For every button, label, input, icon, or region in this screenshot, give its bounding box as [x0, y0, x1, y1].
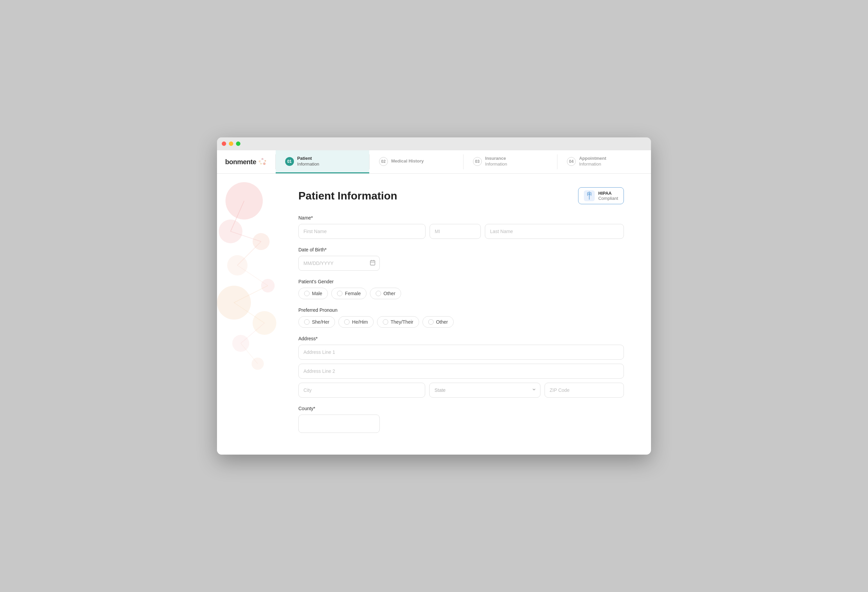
tab-appointment[interactable]: 04 Appointment Information [557, 150, 651, 174]
app-window: bonmente 01 Patient Information [217, 138, 651, 455]
city-field [298, 383, 425, 398]
hipaa-icon [584, 190, 595, 201]
radio-circle-female [337, 291, 342, 296]
last-name-input[interactable] [485, 224, 624, 239]
radio-circle-she [304, 319, 310, 325]
state-field: State ALAKAZAR CACOCTDE FLGAHIID ILINIAK… [429, 383, 540, 398]
tab-medical-label: Medical History [391, 158, 424, 164]
titlebar [217, 138, 651, 150]
address-line2-input[interactable] [298, 364, 624, 379]
form-container: Patient Information HIPAA Compli [217, 174, 651, 454]
county-label: County* [298, 406, 624, 411]
city-state-zip-row: State ALAKAZAR CACOCTDE FLGAHIID ILINIAK… [298, 383, 624, 398]
main-content: Patient Information HIPAA Compli [217, 174, 651, 454]
tab-insurance-number: 03 [473, 157, 482, 166]
minimize-button[interactable] [229, 142, 233, 146]
nav-tabs: bonmente 01 Patient Information [217, 150, 651, 174]
gender-field-group: Patient's Gender Male Female Other [298, 279, 624, 299]
address-line1-input[interactable] [298, 345, 624, 360]
gender-male-label: Male [312, 291, 322, 296]
svg-line-5 [263, 159, 265, 161]
page-title: Patient Information [298, 189, 397, 202]
tab-patient[interactable]: 01 Patient Information [276, 150, 369, 174]
logo-text: bonmente [225, 158, 256, 166]
gender-female-label: Female [345, 291, 361, 296]
radio-circle-male [304, 291, 310, 296]
zip-field [545, 383, 624, 398]
tab-insurance-label: Insurance Information [485, 156, 507, 167]
mi-input[interactable] [430, 224, 481, 239]
gender-other[interactable]: Other [370, 288, 401, 299]
pronoun-she-label: She/Her [312, 319, 329, 325]
tab-medical-number: 02 [379, 157, 388, 166]
radio-circle-he [344, 319, 350, 325]
pronoun-radio-group: She/Her He/Him They/Their Other [298, 316, 624, 328]
pronoun-they-label: They/Their [391, 319, 413, 325]
traffic-lights [222, 142, 241, 146]
county-field-group: County* [298, 406, 624, 433]
tab-patient-number: 01 [285, 157, 294, 166]
state-select-wrapper: State ALAKAZAR CACOCTDE FLGAHIID ILINIAK… [429, 383, 540, 398]
tab-insurance[interactable]: 03 Insurance Information [464, 150, 557, 174]
pronoun-other[interactable]: Other [422, 316, 454, 328]
tab-appointment-label: Appointment Information [579, 156, 606, 167]
pronoun-other-label: Other [436, 319, 448, 325]
radio-circle-pronoun-other [428, 319, 434, 325]
logo: bonmente [217, 150, 275, 174]
first-name-input[interactable] [298, 224, 425, 239]
name-field-group: Name* [298, 215, 624, 239]
form-header: Patient Information HIPAA Compli [298, 187, 624, 204]
name-row [298, 224, 624, 239]
pronoun-they-their[interactable]: They/Their [377, 316, 419, 328]
pronoun-he-him[interactable]: He/Him [338, 316, 373, 328]
county-input[interactable] [298, 414, 380, 433]
zip-input[interactable] [545, 383, 624, 398]
tab-medical[interactable]: 02 Medical History [370, 150, 463, 174]
address-label: Address* [298, 336, 624, 341]
tab-patient-label: Patient Information [297, 156, 319, 167]
city-input[interactable] [298, 383, 425, 398]
gender-radio-group: Male Female Other [298, 288, 624, 299]
radio-circle-gender-other [376, 291, 381, 296]
hipaa-text: HIPAA Compliant [598, 191, 618, 201]
pronoun-he-label: He/Him [352, 319, 368, 325]
name-label: Name* [298, 215, 624, 221]
dob-field-group: Date of Birth* [298, 247, 624, 271]
hipaa-badge: HIPAA Compliant [578, 187, 624, 204]
close-button[interactable] [222, 142, 226, 146]
pronoun-she-her[interactable]: She/Her [298, 316, 335, 328]
pronoun-label: Preferred Pronoun [298, 307, 624, 313]
address-field-group: Address* State ALAKAZAR CACOCTDE FL [298, 336, 624, 398]
gender-male[interactable]: Male [298, 288, 328, 299]
dob-wrapper [298, 256, 380, 271]
tab-appointment-number: 04 [567, 157, 576, 166]
gender-other-label: Other [384, 291, 396, 296]
logo-icon [258, 157, 267, 167]
gender-female[interactable]: Female [331, 288, 366, 299]
dob-input[interactable] [298, 256, 380, 271]
gender-label: Patient's Gender [298, 279, 624, 284]
fullscreen-button[interactable] [236, 142, 241, 146]
radio-circle-they [383, 319, 388, 325]
pronoun-field-group: Preferred Pronoun She/Her He/Him They/Th… [298, 307, 624, 328]
state-select[interactable]: State ALAKAZAR CACOCTDE FLGAHIID ILINIAK… [429, 383, 540, 398]
dob-label: Date of Birth* [298, 247, 624, 252]
svg-line-9 [259, 159, 262, 161]
